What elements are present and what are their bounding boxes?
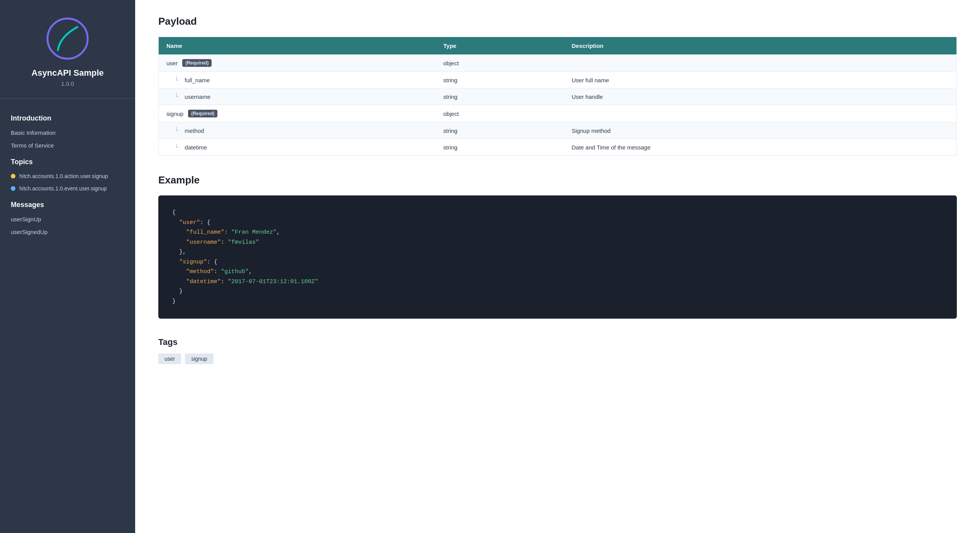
col-name: Name (159, 37, 436, 55)
code-value: "fmvilas" (228, 239, 259, 246)
example-code-block: { "user": { "full_name": "Fran Mendez", … (158, 195, 957, 319)
required-badge: (Required) (188, 110, 217, 117)
payload-table-body: user (Required) object └ full_name strin… (159, 54, 957, 156)
col-description: Description (564, 37, 957, 55)
payload-table: Name Type Description user (Required) ob… (158, 37, 957, 156)
code-line: : (221, 239, 228, 246)
table-cell-type: string (436, 139, 564, 156)
table-row: └ datetime string Date and Time of the m… (159, 139, 957, 156)
sidebar-item-topic-signup-event[interactable]: hitch.accounts.1.0.event.user.signup (0, 182, 135, 195)
app-version: 1.0.0 (61, 80, 74, 87)
code-value: "github" (221, 268, 249, 275)
app-name: AsyncAPI Sample (31, 68, 103, 78)
topic-dot-yellow (11, 174, 15, 178)
table-cell-name: └ method (159, 122, 436, 139)
code-line: { (172, 209, 176, 216)
table-cell-type: string (436, 72, 564, 88)
table-cell-type: string (436, 88, 564, 105)
row-name-method: method (185, 127, 204, 134)
code-value: "2017-07-01T23:12:01.100Z" (228, 278, 318, 285)
table-row: user (Required) object (159, 54, 957, 72)
payload-heading: Payload (158, 15, 957, 27)
indent-icon: └ (174, 76, 178, 83)
code-key: "method" (186, 268, 214, 275)
sidebar-item-terms-of-service[interactable]: Terms of Service (0, 139, 135, 152)
indent-icon: └ (174, 93, 178, 100)
table-cell-name: └ username (159, 88, 436, 105)
code-line (172, 278, 186, 285)
tag-user[interactable]: user (158, 353, 181, 364)
code-line: , (276, 229, 280, 236)
topic-label-event: hitch.accounts.1.0.event.user.signup (19, 185, 107, 192)
code-line (172, 229, 186, 236)
payload-table-header: Name Type Description (159, 37, 957, 55)
code-line: : (224, 229, 231, 236)
table-cell-type: object (436, 54, 564, 72)
sidebar-nav: Introduction Basic Information Terms of … (0, 99, 135, 248)
table-cell-desc: User handle (564, 88, 957, 105)
table-cell-type: object (436, 105, 564, 122)
code-line: } (172, 288, 183, 295)
tag-signup[interactable]: signup (185, 353, 213, 364)
table-cell-desc: Date and Time of the message (564, 139, 957, 156)
table-cell-desc (564, 105, 957, 122)
indent-icon: └ (174, 127, 178, 134)
sidebar-item-usersignup[interactable]: userSignUp (0, 213, 135, 226)
required-badge: (Required) (182, 59, 212, 67)
sidebar-item-basic-information[interactable]: Basic Information (0, 126, 135, 139)
code-key: "datetime" (186, 278, 221, 285)
code-key: "username" (186, 239, 221, 246)
sidebar-heading-topics: Topics (0, 152, 135, 170)
row-name-fullname: full_name (185, 77, 210, 83)
table-cell-type: string (436, 122, 564, 139)
table-row: signup (Required) object (159, 105, 957, 122)
table-cell-name: signup (Required) (159, 105, 436, 122)
table-cell-name: └ datetime (159, 139, 436, 156)
code-line: , (249, 268, 252, 275)
code-key: "full_name" (186, 229, 224, 236)
topic-label-action: hitch.accounts.1.0.action.user.signup (19, 173, 108, 179)
table-cell-name: user (Required) (159, 54, 436, 72)
code-line (172, 268, 186, 275)
col-type: Type (436, 37, 564, 55)
table-cell-desc (564, 54, 957, 72)
code-line: : { (207, 259, 217, 265)
table-cell-desc: Signup method (564, 122, 957, 139)
tags-heading: Tags (158, 337, 957, 347)
row-name-datetime: datetime (185, 144, 207, 151)
table-row: └ full_name string User full name (159, 72, 957, 88)
code-value: "Fran Mendez" (231, 229, 276, 236)
tags-container: user signup (158, 353, 957, 364)
sidebar-heading-messages: Messages (0, 195, 135, 213)
app-logo (44, 15, 91, 62)
sidebar-heading-introduction: Introduction (0, 108, 135, 126)
code-key: "signup" (179, 259, 207, 265)
code-line (172, 219, 179, 226)
code-line: : (221, 278, 228, 285)
table-row: └ username string User handle (159, 88, 957, 105)
table-cell-name: └ full_name (159, 72, 436, 88)
svg-point-0 (47, 19, 88, 59)
code-line: }, (172, 249, 186, 255)
sidebar: AsyncAPI Sample 1.0.0 Introduction Basic… (0, 0, 135, 533)
indent-icon: └ (174, 144, 178, 151)
code-line (172, 239, 186, 246)
code-key: "user" (179, 219, 200, 226)
code-line: } (172, 298, 176, 305)
code-line (172, 259, 179, 265)
row-name-signup: signup (166, 110, 183, 117)
topic-dot-blue (11, 186, 15, 191)
code-line: : { (200, 219, 210, 226)
sidebar-logo-area: AsyncAPI Sample 1.0.0 (0, 0, 135, 99)
table-cell-desc: User full name (564, 72, 957, 88)
sidebar-item-usersignedup[interactable]: userSignedUp (0, 226, 135, 238)
table-row: └ method string Signup method (159, 122, 957, 139)
row-name-user: user (166, 60, 178, 66)
main-content: Payload Name Type Description user (Requ… (135, 0, 980, 533)
row-name-username: username (185, 93, 210, 100)
code-line: : (214, 268, 221, 275)
sidebar-item-topic-signup-action[interactable]: hitch.accounts.1.0.action.user.signup (0, 170, 135, 182)
example-heading: Example (158, 174, 957, 186)
